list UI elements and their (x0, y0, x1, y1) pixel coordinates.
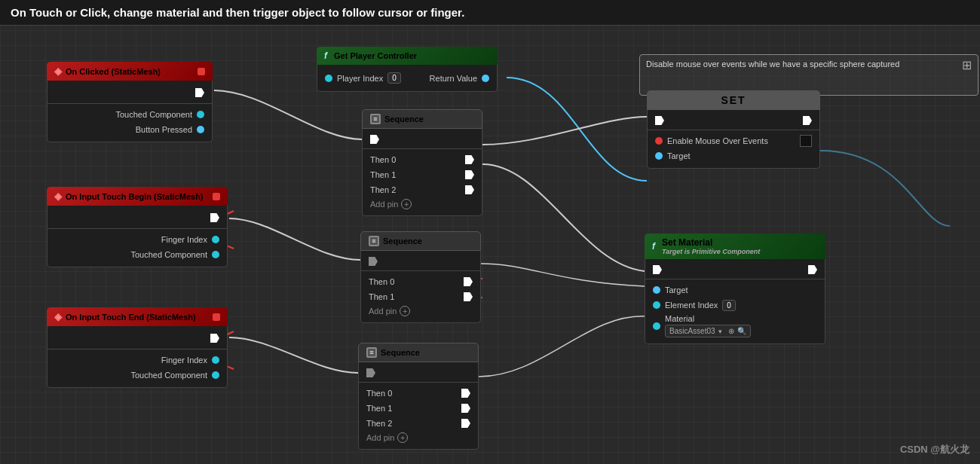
node-set-material: f Set Material Target is Primitive Compo… (645, 234, 825, 344)
node-sequence-3: ≡ Sequence Then 0 Then 1 Then 2 Add pin … (358, 343, 479, 450)
return-value-pin (482, 75, 489, 82)
seq1-then1: Then 1 (363, 167, 482, 182)
seq-icon-3: ≡ (366, 347, 377, 358)
seq2-body: Then 0 Then 1 Add pin + (360, 251, 481, 323)
exec-pin (195, 88, 204, 97)
seq3-plus-icon[interactable]: + (397, 432, 408, 443)
page-title: On Touch or Click, change material and t… (11, 6, 464, 19)
node-touch-begin: ◈ On Input Touch Begin (StaticMesh) Fing… (47, 187, 228, 267)
set-target-row: Target (648, 148, 819, 163)
touch-begin-title: On Input Touch Begin (StaticMesh) (66, 192, 204, 201)
seq1-add-pin[interactable]: Add pin + (363, 197, 482, 211)
set-title: SET (721, 94, 746, 106)
set-mat-exec-out (808, 265, 817, 274)
watermark: CSDN @航火龙 (900, 443, 969, 456)
get-player-body: Player Index 0 Return Value (317, 65, 498, 92)
seq3-body: Then 0 Then 1 Then 2 Add pin + (358, 362, 479, 450)
return-value-row: Return Value (430, 74, 489, 83)
comment-box: Disable mouse over events while we have … (639, 54, 978, 96)
seq-icon-1: ≡ (370, 114, 381, 124)
node-sequence-2: ≡ Sequence Then 0 Then 1 Add pin + (360, 231, 481, 323)
element-index-row: Element Index 0 (645, 298, 825, 313)
on-clicked-title: On Clicked (StaticMesh) (66, 67, 161, 76)
touch-end-exec-out (47, 331, 227, 346)
seq2-then0-pin (464, 277, 473, 286)
comment-resize[interactable]: ⊞ (962, 58, 972, 72)
element-index-value[interactable]: 0 (722, 300, 736, 311)
seq3-exec-in (366, 368, 375, 377)
set-material-header: f Set Material Target is Primitive Compo… (645, 234, 825, 259)
set-material-subtitle: Target is Primitive Component (662, 248, 760, 255)
set-mat-target-pin (653, 286, 660, 294)
get-player-header: f Get Player Controller (317, 47, 498, 65)
node-get-player: f Get Player Controller Player Index 0 R… (317, 47, 498, 92)
exec-pin-touch-end (210, 334, 219, 343)
material-row: Material BasicAsset03 ▾ ⊕ 🔍 (645, 313, 825, 339)
checkbox-enable-mouse[interactable] (800, 135, 812, 147)
set-mat-exec-in (653, 265, 662, 274)
set-exec-out (803, 116, 812, 125)
seq1-then2: Then 2 (363, 182, 482, 197)
seq3-title: Sequence (381, 348, 420, 357)
seq2-then0: Then 0 (361, 274, 480, 289)
seq3-then2-pin (461, 419, 470, 428)
seq1-body: Then 0 Then 1 Then 2 Add pin + (362, 129, 482, 216)
seq3-then1-pin (461, 404, 470, 413)
seq3-then0-pin (461, 389, 470, 398)
node-touch-end: ◈ On Input Touch End (StaticMesh) Finger… (47, 307, 228, 388)
touched-component-pin (197, 111, 204, 118)
enable-mouse-events-row: Enable Mouse Over Events (648, 133, 819, 148)
seq2-title: Sequence (383, 237, 422, 246)
set-body: Enable Mouse Over Events Target (647, 110, 820, 169)
seq3-then2: Then 2 (359, 416, 478, 431)
touch-end-body: Finger Index Touched Component (47, 326, 228, 388)
player-index-row: Player Index 0 (325, 72, 401, 84)
node-sequence-1: ≡ Sequence Then 0 Then 1 Then 2 Add pin … (362, 109, 482, 216)
player-index-value[interactable]: 0 (387, 72, 401, 84)
seq-icon-2: ≡ (369, 236, 379, 246)
finger-index-end-pin (212, 356, 219, 364)
touch-end-header: ◈ On Input Touch End (StaticMesh) (47, 307, 228, 326)
material-search[interactable]: 🔍 (737, 327, 746, 335)
seq1-then0: Then 0 (363, 152, 482, 167)
material-value: BasicAsset03 (669, 327, 715, 335)
node-on-clicked: ◈ On Clicked (StaticMesh) Touched Compon… (47, 62, 213, 142)
set-exec-in (655, 116, 664, 125)
material-clear[interactable]: ⊕ (728, 327, 734, 335)
on-clicked-exec-out (47, 85, 212, 100)
enable-mouse-pin (655, 137, 663, 145)
seq2-exec-in (369, 257, 378, 266)
seq3-add-pin[interactable]: Add pin + (359, 431, 478, 444)
set-material-body: Target Element Index 0 Material BasicAss… (645, 259, 825, 344)
set-mat-target-row: Target (645, 282, 825, 298)
touched-component-begin-pin (212, 251, 219, 258)
seq2-plus-icon[interactable]: + (400, 306, 410, 316)
seq1-then0-pin (465, 155, 474, 164)
seq1-title: Sequence (384, 114, 424, 124)
seq2-then1-pin (464, 292, 473, 301)
seq1-plus-icon[interactable]: + (401, 199, 412, 209)
node-set: SET Enable Mouse Over Events Target (647, 90, 820, 169)
material-pin (653, 322, 660, 330)
touched-component-row: Touched Component (47, 107, 212, 122)
on-clicked-header: ◈ On Clicked (StaticMesh) (47, 62, 213, 81)
comment-text: Disable mouse over events while we have … (646, 60, 899, 69)
touch-end-title: On Input Touch End (StaticMesh) (66, 313, 196, 322)
button-pressed-row: Button Pressed (47, 122, 212, 137)
seq1-then2-pin (465, 185, 474, 194)
seq2-header: ≡ Sequence (360, 231, 481, 251)
player-index-pin (325, 75, 332, 82)
title-bar: On Touch or Click, change material and t… (0, 0, 980, 26)
exec-pin-touch-begin (210, 213, 219, 222)
seq2-add-pin[interactable]: Add pin + (361, 304, 480, 318)
finger-index-pin (212, 236, 219, 243)
touch-begin-header: ◈ On Input Touch Begin (StaticMesh) (47, 187, 228, 206)
touch-begin-body: Finger Index Touched Component (47, 206, 228, 267)
set-header: SET (647, 90, 820, 110)
material-dropdown[interactable]: ▾ (718, 328, 722, 335)
seq3-header: ≡ Sequence (358, 343, 479, 362)
get-player-title: Get Player Controller (334, 51, 417, 60)
seq1-then1-pin (465, 170, 474, 179)
button-pressed-pin (197, 126, 204, 133)
finger-index-end-row: Finger Index (47, 353, 227, 368)
